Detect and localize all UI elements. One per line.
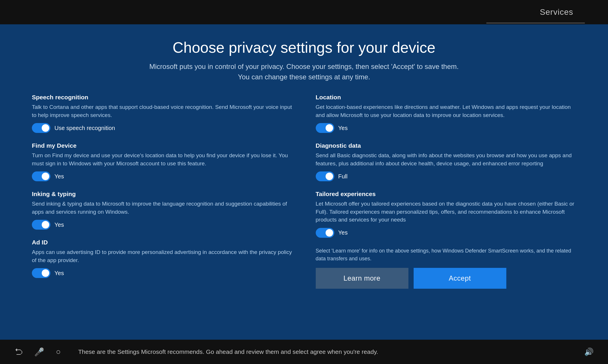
setting-title-tailored-experiences: Tailored experiences [316, 191, 576, 197]
microphone-icon[interactable]: 🎤 [34, 347, 44, 357]
toggle-label-tailored-experiences: Yes [338, 229, 348, 236]
setting-desc-find-my-device: Turn on Find my device and use your devi… [32, 151, 293, 167]
right-col-bottom: Select 'Learn more' for info on the abov… [316, 247, 576, 289]
page-subtitle: Microsoft puts you in control of your pr… [32, 61, 576, 82]
accept-button[interactable]: Accept [414, 268, 506, 289]
toggle-row-location: Yes [316, 123, 576, 133]
toggle-find-my-device[interactable] [32, 171, 50, 181]
top-bar: Services [0, 0, 608, 24]
learn-more-button[interactable]: Learn more [316, 268, 408, 289]
setting-title-inking-typing: Inking & typing [32, 191, 293, 197]
toggle-row-find-my-device: Yes [32, 171, 293, 181]
settings-grid: Speech recognition Talk to Cortana and o… [32, 94, 576, 328]
toggle-row-speech-recognition: Use speech recognition [32, 123, 293, 133]
toggle-speech-recognition[interactable] [32, 123, 50, 133]
toggle-label-inking-typing: Yes [54, 222, 64, 228]
right-setting-location: Location Get location-based experiences … [316, 94, 576, 133]
setting-desc-inking-typing: Send inking & typing data to Microsoft t… [32, 200, 293, 216]
taskbar-message: These are the Settings Microsoft recomme… [72, 348, 573, 355]
toggle-label-diagnostic-data: Full [338, 173, 348, 180]
top-bar-underline [486, 23, 585, 23]
main-content: Choose privacy settings for your device … [0, 24, 608, 340]
left-setting-speech-recognition: Speech recognition Talk to Cortana and o… [32, 94, 293, 133]
setting-title-find-my-device: Find my Device [32, 142, 293, 149]
toggle-label-speech-recognition: Use speech recognition [54, 125, 115, 131]
toggle-tailored-experiences[interactable] [316, 228, 334, 238]
toggle-diagnostic-data[interactable] [316, 171, 334, 181]
toggle-ad-id[interactable] [32, 268, 50, 278]
volume-icon[interactable]: 🔊 [584, 347, 594, 356]
setting-desc-diagnostic-data: Send all Basic diagnostic data, along wi… [316, 151, 576, 167]
setting-title-diagnostic-data: Diagnostic data [316, 142, 576, 149]
left-setting-inking-typing: Inking & typing Send inking & typing dat… [32, 191, 293, 230]
left-setting-find-my-device: Find my Device Turn on Find my device an… [32, 142, 293, 181]
toggle-label-location: Yes [338, 125, 348, 131]
circle-icon[interactable]: ○ [56, 347, 61, 356]
page-title: Choose privacy settings for your device [32, 39, 576, 56]
left-setting-ad-id: Ad ID Apps can use advertising ID to pro… [32, 239, 293, 278]
footer-note: Select 'Learn more' for info on the abov… [316, 247, 576, 263]
right-settings-container: Location Get location-based experiences … [316, 94, 576, 238]
taskbar: ⮌ 🎤 ○ These are the Settings Microsoft r… [0, 340, 608, 364]
services-label: Services [540, 8, 573, 17]
setting-title-ad-id: Ad ID [32, 239, 293, 246]
subtitle-line1: Microsoft puts you in control of your pr… [149, 63, 459, 70]
toggle-inking-typing[interactable] [32, 220, 50, 230]
back-icon[interactable]: ⮌ [14, 347, 23, 357]
toggle-row-ad-id: Yes [32, 268, 293, 278]
toggle-row-tailored-experiences: Yes [316, 228, 576, 238]
toggle-label-ad-id: Yes [54, 270, 64, 277]
left-settings-container: Speech recognition Talk to Cortana and o… [32, 94, 293, 278]
toggle-row-inking-typing: Yes [32, 220, 293, 230]
right-setting-tailored-experiences: Tailored experiences Let Microsoft offer… [316, 191, 576, 238]
left-column: Speech recognition Talk to Cortana and o… [32, 94, 293, 328]
page-header: Choose privacy settings for your device … [32, 39, 576, 82]
setting-desc-speech-recognition: Talk to Cortana and other apps that supp… [32, 103, 293, 119]
button-row: Learn more Accept [316, 268, 576, 289]
setting-desc-ad-id: Apps can use advertising ID to provide m… [32, 248, 293, 264]
subtitle-line2: You can change these settings at any tim… [238, 73, 370, 81]
setting-desc-location: Get location-based experiences like dire… [316, 103, 576, 119]
toggle-row-diagnostic-data: Full [316, 171, 576, 181]
right-column: Location Get location-based experiences … [316, 94, 576, 328]
setting-title-location: Location [316, 94, 576, 101]
toggle-location[interactable] [316, 123, 334, 133]
toggle-label-find-my-device: Yes [54, 173, 64, 180]
setting-title-speech-recognition: Speech recognition [32, 94, 293, 101]
right-setting-diagnostic-data: Diagnostic data Send all Basic diagnosti… [316, 142, 576, 181]
setting-desc-tailored-experiences: Let Microsoft offer you tailored experie… [316, 200, 576, 224]
